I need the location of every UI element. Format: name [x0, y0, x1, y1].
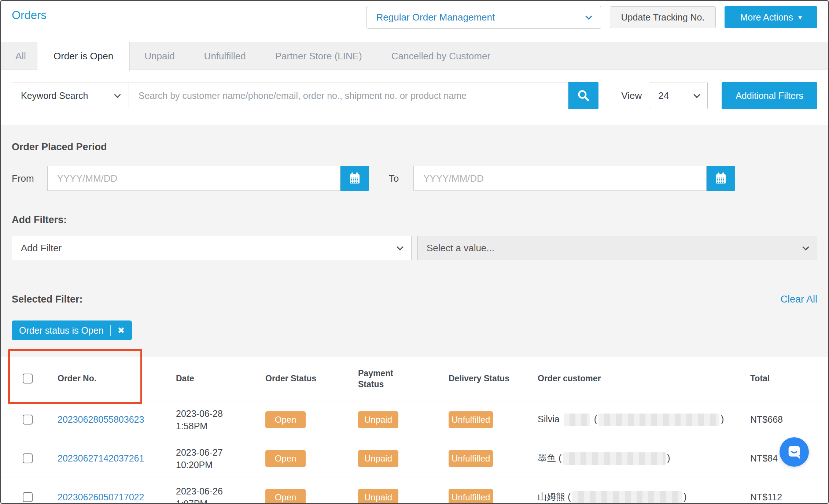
selected-filter-title: Selected Filter: — [12, 294, 83, 305]
order-status-badge: Open — [265, 489, 306, 504]
app-header: Orders Regular Order Management Update T… — [1, 1, 828, 42]
row-select-checkbox[interactable] — [23, 415, 33, 425]
order-customer: 墨鱼 () — [532, 452, 745, 465]
calendar-to-button[interactable] — [707, 166, 735, 191]
column-header-order-status: Order Status — [260, 374, 353, 383]
order-date: 2023-06-27 10:20PM — [170, 446, 260, 471]
customer-name: 墨鱼 — [538, 453, 556, 463]
order-number-link[interactable]: 20230627142037261 — [58, 453, 144, 463]
payment-status-badge: Unpaid — [358, 450, 398, 467]
order-date: 2023-06-28 1:58PM — [170, 407, 260, 432]
additional-filters-button[interactable]: Additional Filters — [722, 82, 817, 109]
date-to-input[interactable] — [413, 166, 707, 191]
add-filter-select[interactable]: Add Filter — [12, 236, 412, 260]
tab-all[interactable]: All — [4, 42, 37, 70]
view-count-select[interactable]: 24 — [650, 82, 708, 109]
view-count-select-value: 24 — [658, 90, 669, 101]
table-row: 20230626050717022 2023-06-26 1:07PM Open… — [1, 478, 828, 504]
payment-status-badge: Unpaid — [358, 489, 398, 504]
update-tracking-button[interactable]: Update Tracking No. — [610, 6, 716, 28]
chip-divider — [110, 325, 111, 336]
redacted-text — [564, 414, 590, 426]
page-title: Orders — [12, 9, 47, 22]
row-select-checkbox[interactable] — [23, 492, 33, 502]
search-icon — [576, 88, 591, 103]
select-all-checkbox[interactable] — [23, 374, 33, 383]
chevron-down-icon — [114, 91, 121, 98]
chevron-down-icon — [693, 91, 700, 98]
calendar-icon — [714, 171, 728, 186]
order-status-badge: Open — [265, 411, 306, 428]
delivery-status-badge: Unfulfilled — [449, 489, 493, 504]
close-icon[interactable]: ✖ — [118, 326, 125, 335]
delivery-status-badge: Unfulfilled — [449, 411, 493, 428]
add-filter-select-value: Add Filter — [21, 242, 62, 254]
tab-cancelled-by-customer[interactable]: Cancelled by Customer — [377, 42, 505, 70]
filter-panel: Order Placed Period From — [1, 125, 828, 357]
order-customer: Silvia () — [532, 414, 745, 426]
filter-value-select-value: Select a value... — [427, 242, 494, 254]
order-total: NT$112 — [745, 492, 828, 503]
customer-name: 山姆熊 — [538, 492, 565, 502]
order-date: 2023-06-26 1:07PM — [170, 485, 260, 504]
filter-chip-label: Order status is Open — [19, 325, 104, 336]
payment-status-badge: Unpaid — [358, 411, 398, 428]
date-from-field — [47, 166, 369, 191]
chat-launcher-button[interactable] — [780, 437, 809, 467]
orders-page: Orders Regular Order Management Update T… — [0, 0, 829, 504]
order-total: NT$668 — [745, 414, 828, 425]
redacted-text — [598, 414, 719, 426]
column-header-order-no: Order No. — [52, 374, 170, 383]
table-row: 20230627142037261 2023-06-27 10:20PM Ope… — [1, 439, 828, 478]
add-filters-title: Add Filters: — [12, 214, 817, 226]
selected-filter-row: Selected Filter: Clear All — [12, 294, 817, 305]
order-customer: 山姆熊 () — [532, 491, 745, 504]
search-button[interactable] — [568, 82, 598, 109]
column-header-payment-status: Payment Status — [353, 368, 402, 390]
delivery-status-badge: Unfulfilled — [449, 450, 493, 467]
redacted-text — [563, 452, 666, 465]
tab-unfulfilled[interactable]: Unfulfilled — [189, 42, 261, 70]
view-label: View — [621, 90, 642, 101]
redacted-text — [572, 491, 682, 504]
column-header-total: Total — [745, 374, 828, 383]
customer-name: Silvia — [538, 414, 560, 424]
table-row: 20230628055803623 2023-06-28 1:58PM Open… — [1, 400, 828, 439]
header-controls: Regular Order Management Update Tracking… — [366, 6, 817, 29]
to-label: To — [389, 173, 399, 184]
date-from-input[interactable] — [47, 166, 340, 191]
order-status-badge: Open — [265, 450, 306, 467]
calendar-from-button[interactable] — [340, 166, 369, 191]
column-header-delivery-status: Delivery Status — [443, 374, 532, 383]
search-input[interactable] — [129, 82, 568, 109]
order-placed-period-row: From T — [12, 166, 817, 191]
clear-all-link[interactable]: Clear All — [780, 294, 817, 305]
order-management-select-value: Regular Order Management — [376, 12, 495, 23]
calendar-icon — [347, 171, 362, 186]
row-select-checkbox[interactable] — [23, 453, 33, 463]
filter-value-select[interactable]: Select a value... — [417, 236, 817, 260]
order-management-select[interactable]: Regular Order Management — [366, 6, 601, 29]
tab-partner-store-line[interactable]: Partner Store (LINE) — [261, 42, 377, 70]
filter-chip-order-status-open[interactable]: Order status is Open ✖ — [12, 320, 132, 340]
keyword-search-select[interactable]: Keyword Search — [12, 82, 129, 109]
order-number-link[interactable]: 20230626050717022 — [58, 492, 144, 502]
more-actions-button[interactable]: More Actions ▾ — [725, 6, 817, 28]
date-to-field — [413, 166, 735, 191]
orders-table: Order No. Date Order Status Payment Stat… — [1, 357, 828, 504]
chevron-down-icon — [585, 13, 592, 19]
caret-down-icon: ▾ — [798, 14, 802, 21]
order-placed-period-title: Order Placed Period — [12, 141, 817, 153]
column-header-order-customer: Order customer — [532, 374, 745, 383]
tab-unpaid[interactable]: Unpaid — [130, 42, 189, 70]
table-header-row: Order No. Date Order Status Payment Stat… — [1, 357, 828, 400]
tab-order-is-open[interactable]: Order is Open — [37, 42, 130, 71]
add-filter-row: Add Filter Select a value... — [12, 236, 817, 260]
chevron-down-icon — [397, 244, 403, 250]
search-bar: Keyword Search View 24 Additional Filter… — [12, 82, 817, 109]
more-actions-label: More Actions — [740, 12, 793, 23]
order-number-link[interactable]: 20230628055803623 — [58, 414, 144, 425]
column-header-date: Date — [170, 374, 260, 383]
from-label: From — [12, 173, 34, 184]
chat-bubble-icon — [786, 444, 803, 460]
